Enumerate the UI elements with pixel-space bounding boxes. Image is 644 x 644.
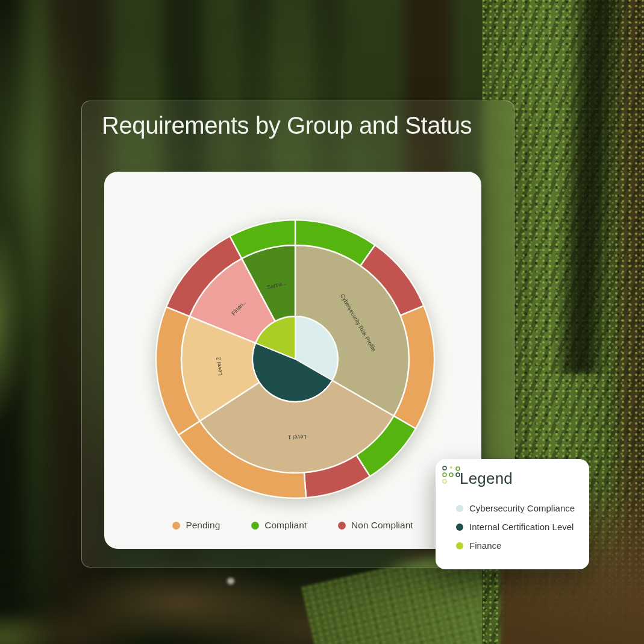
status-dot-pending (172, 522, 180, 530)
legend-item-internal-certification-level[interactable]: Internal Certification Level (456, 521, 584, 533)
status-dot-compliant (251, 522, 259, 530)
legend-item-finance[interactable]: Finance (456, 540, 584, 551)
status-legend: Pending Compliant Non Compliant (104, 520, 481, 531)
status-label-non-compliant: Non Compliant (351, 520, 413, 531)
legend-dot-finance (456, 542, 463, 549)
status-label-pending: Pending (186, 520, 220, 531)
legend-title: Legend (460, 469, 513, 488)
page-title: Requirements by Group and Status (102, 111, 472, 140)
status-dot-non-compliant (338, 522, 346, 530)
status-legend-item-pending[interactable]: Pending (172, 520, 220, 531)
sunburst-group-label: Level 1 (288, 434, 307, 441)
status-legend-item-compliant[interactable]: Compliant (251, 520, 307, 531)
status-label-compliant: Compliant (264, 520, 307, 531)
legend-items: Cybersecurity Compliance Internal Certif… (456, 502, 584, 551)
legend-dot-cybersecurity-compliance (456, 505, 463, 512)
legend-label-internal-certification-level: Internal Certification Level (469, 522, 574, 532)
pebble-highlight (227, 578, 234, 584)
legend-dot-internal-certification-level (456, 524, 463, 531)
sunburst-chart[interactable]: Cybersecurity Risk ProfileLevel 1Level 2… (151, 214, 440, 504)
legend-item-cybersecurity-compliance[interactable]: Cybersecurity Compliance (456, 502, 584, 514)
legend-card: Legend Cybersecurity Compliance Internal… (436, 459, 589, 569)
chart-card: Cybersecurity Risk ProfileLevel 1Level 2… (104, 172, 481, 549)
status-legend-item-non-compliant[interactable]: Non Compliant (338, 520, 413, 531)
legend-label-cybersecurity-compliance: Cybersecurity Compliance (469, 503, 575, 513)
legend-label-finance: Finance (469, 540, 501, 551)
